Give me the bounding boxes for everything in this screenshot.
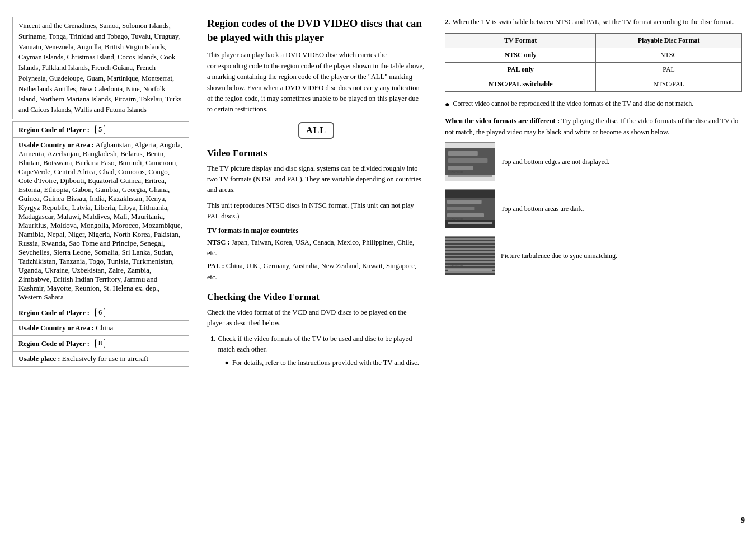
ntsc-item: NTSC : Japan, Taiwan, Korea, USA, Canada… [207,237,425,259]
illus3-caption: Picture turbulence due to sync unmatchin… [501,251,617,261]
region8-usable-row: Usable place : Exclusively for use in ai… [12,352,189,367]
ntsc-label: NTSC : [207,238,230,246]
tv-formats-label: TV formats in major countries [207,227,425,235]
illustration3: KENWOOD Picture turbulence due to sync u… [445,236,742,275]
device-bar1 [448,175,492,177]
mid-column: Region codes of the DVD VIDEO discs that… [196,11,436,523]
page-number: 9 [741,516,745,525]
illus2-caption: Top and bottom areas are dark. [501,204,584,214]
svg-rect-7 [447,213,484,217]
pal-item: PAL : China, U.K., Germany, Australia, N… [207,261,425,283]
region6-code-label: Region Code of Player : [18,308,90,316]
region5-usable-text: Usable Country or Area : Afghanistan, Al… [18,140,183,302]
note-dot-icon: ● [445,99,449,110]
illustration2: KENWOOD Top and bottom areas are dark. [445,189,742,228]
note-text: Correct video cannot be reproduced if th… [453,99,693,110]
intro-text: Vincent and the Grenadines, Samoa, Solom… [18,21,183,115]
device-label1: KENWOOD [448,171,463,174]
region8-code-row: Region Code of Player : 8 [12,336,189,352]
intro-box: Vincent and the Grenadines, Samoa, Solom… [12,17,189,119]
video-formats-body2: This unit reproduces NTSC discs in NTSC … [207,200,425,222]
device-bar3 [448,269,492,271]
table-col2-header: Playable Disc Format [596,34,742,48]
region6-code-row: Region Code of Player : 6 [12,305,189,321]
table-tv-cell-1: PAL only [445,63,596,77]
dvd-region-body: This player can play back a DVD VIDEO di… [207,50,425,115]
all-logo-container: ALL [207,122,425,139]
note-bullet: ● Correct video cannot be reproduced if … [445,99,742,110]
table-tv-cell-0: NTSC only [445,48,596,63]
table-disc-cell-2: NTSC/PAL [596,77,742,92]
svg-rect-6 [447,207,474,210]
region8-code-label: Region Code of Player : [18,339,90,347]
checking-body: Check the video format of the VCD and DV… [207,307,425,329]
region8-usable-label: Usable place : [18,355,60,363]
step1-content: Check if the video formats of the TV to … [218,334,425,371]
screen2-mid [445,198,495,220]
region5-code-row: Region Code of Player : 5 [12,121,189,138]
region6-code-inline: 6 [91,308,105,317]
table-disc-cell-1: PAL [596,63,742,77]
region5-usable-value: Afghanistan, Algeria, Angola, Armenia, A… [18,140,182,301]
region6-usable-text: Usable Country or Area : China [18,324,183,332]
tv-format-table: TV Format Playable Disc Format NTSC only… [445,33,742,92]
right-column: 2. When the TV is switchable between NTS… [436,11,750,523]
screen2-top-bar [445,190,495,198]
bold-section-label: When the video formats are different : [445,117,560,125]
region5-code-box: 5 [95,125,105,134]
illus1-caption: Top and bottom edges are not displayed. [501,157,609,167]
step2-text: When the TV is switchable between NTSC a… [452,17,734,27]
svg-rect-3 [448,166,473,170]
step1-bullet: ● For details, refer to the instructions… [224,358,425,368]
step1-text: Check if the video formats of the TV to … [218,335,412,353]
svg-rect-5 [447,200,482,204]
all-badge: ALL [298,122,334,139]
table-col1-header: TV Format [445,34,596,48]
step2: 2. When the TV is switchable between NTS… [445,17,742,27]
svg-rect-2 [448,158,487,163]
device-label3: KENWOOD [448,265,463,268]
checking-title: Checking the Video Format [207,292,425,303]
screen1-top-bar [445,143,495,148]
table-row: NTSC/PAL switchableNTSC/PAL [445,77,742,92]
region5-usable-row: Usable Country or Area : Afghanistan, Al… [12,138,189,305]
region5-code-label: Region Code of Player : [18,125,90,133]
region6-code-box: 6 [95,308,105,317]
screen1: KENWOOD [445,142,495,181]
table-row: PAL onlyPAL [445,63,742,77]
step1-bullet-text: For details, refer to the instructions p… [232,358,419,368]
video-formats-body1: The TV picture display and disc signal s… [207,163,425,196]
step1-num: 1. [210,334,215,371]
checking-steps: 1. Check if the video formats of the TV … [210,334,425,371]
region8-usable-value: Exclusively for use in aircraft [62,354,149,363]
region6-usable-row: Usable Country or Area : China [12,321,189,336]
region8-code-inline: 8 [91,339,105,348]
illustration1: KENWOOD Top and bottom edges are not dis… [445,142,742,181]
device-label2: KENWOOD [448,218,463,221]
region8-code-box: 8 [95,339,105,348]
region5-usable-label: Usable Country or Area : [18,141,94,149]
screen3: KENWOOD [445,236,495,275]
left-column: Vincent and the Grenadines, Samoa, Solom… [6,11,196,523]
bullet-dot-icon: ● [224,358,229,368]
bold-section: When the video formats are different : T… [445,116,742,138]
region6-usable-value: China [96,324,113,332]
pal-text: China, U.K., Germany, Australia, New Zea… [207,262,416,280]
device-bar2 [448,222,492,224]
region6-usable-label: Usable Country or Area : [18,324,94,332]
ntsc-text: Japan, Taiwan, Korea, USA, Canada, Mexic… [207,238,414,257]
table-disc-cell-0: NTSC [596,48,742,63]
screen2: KENWOOD [445,189,495,228]
svg-rect-1 [448,151,478,156]
step2-num: 2. [445,17,450,27]
page: Vincent and the Grenadines, Samoa, Solom… [0,0,756,534]
step1: 1. Check if the video formats of the TV … [210,334,425,371]
region5-code-inline: 5 [91,125,105,134]
video-formats-title: Video Formats [207,148,425,159]
table-row: NTSC onlyNTSC [445,48,742,63]
table-tv-cell-2: NTSC/PAL switchable [445,77,596,92]
pal-label: PAL : [207,262,224,270]
dvd-region-title: Region codes of the DVD VIDEO discs that… [207,17,425,44]
region8-usable-text: Usable place : Exclusively for use in ai… [18,354,183,363]
